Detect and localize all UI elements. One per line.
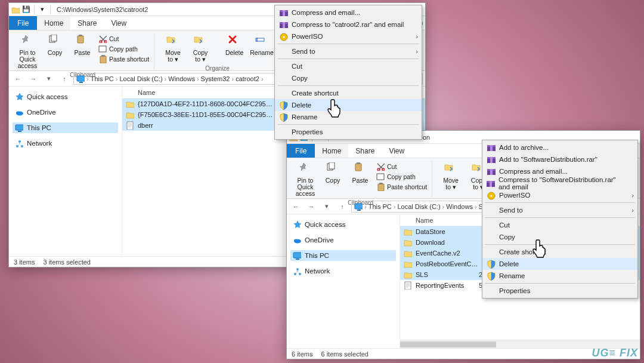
cm-send-to[interactable]: Send to› — [275, 45, 422, 57]
paste-button[interactable]: Paste — [348, 161, 373, 185]
sidebar-item-network[interactable]: Network — [13, 138, 118, 149]
tab-home[interactable]: Home — [315, 144, 348, 158]
file-name: ReportingEvents — [416, 282, 479, 289]
context-menu-softwaredistribution[interactable]: Add to archive...Add to "SoftwareDistrib… — [482, 140, 638, 299]
folder-icon — [404, 270, 412, 279]
sidebar-item-quick-access[interactable]: Quick access — [290, 219, 396, 230]
copy-button[interactable]: Copy — [42, 33, 67, 57]
folder-icon — [404, 227, 412, 236]
statusbar: 6 items 6 items selected — [287, 348, 640, 359]
sidebar-item-quick-access[interactable]: Quick access — [13, 91, 118, 102]
file-name: DataStore — [416, 228, 479, 235]
file-icon — [126, 121, 134, 130]
sidebar-item-this-pc[interactable]: This PC — [290, 250, 396, 261]
winrar-icon — [486, 143, 496, 152]
tab-home[interactable]: Home — [37, 16, 70, 30]
ribbon-group-clipboard: Pin to Quick access Copy Paste Cut Copy … — [289, 161, 432, 197]
cm-compress-to-catroot2-rar-and-e[interactable]: Compress to "catroot2.rar" and email — [275, 19, 422, 30]
cm-create-shortcut[interactable]: Create shortcut — [275, 87, 422, 99]
cm-cut[interactable]: Cut — [275, 60, 422, 72]
sidebar-item-this-pc[interactable]: This PC — [13, 122, 118, 133]
folder-icon — [404, 249, 412, 257]
folder-icon — [404, 238, 412, 247]
cm-compress-and-email-[interactable]: Compress and email... — [482, 165, 637, 177]
delete-button[interactable]: Delete — [222, 33, 247, 57]
cm-properties[interactable]: Properties — [482, 285, 637, 297]
nav-fwd-icon[interactable]: → — [305, 200, 318, 213]
cm-rename[interactable]: Rename — [275, 111, 422, 123]
file-tab[interactable]: File — [287, 144, 315, 158]
file-name: PostRebootEventCache.V2 — [416, 260, 479, 267]
cm-add-to-archive-[interactable]: Add to archive... — [482, 141, 637, 153]
cm-compress-and-email-[interactable]: Compress and email... — [275, 7, 422, 19]
winrar-icon — [486, 179, 495, 188]
paste-shortcut-button[interactable]: Paste shortcut — [97, 54, 150, 64]
svg-rect-24 — [377, 174, 384, 180]
cm-compress-to-softwaredistributi[interactable]: Compress to "SoftwareDistribution.rar" a… — [482, 177, 637, 189]
file-icon — [404, 281, 412, 290]
nav-fwd-icon[interactable]: → — [27, 72, 40, 85]
copy-path-button[interactable]: Copy path — [375, 172, 428, 182]
rename-button[interactable]: Rename — [249, 33, 274, 57]
file-tab[interactable]: File — [9, 16, 37, 30]
nav-up-icon[interactable]: ↑ — [336, 200, 349, 213]
file-name: SLS — [416, 271, 479, 278]
sidebar-item-onedrive[interactable]: OneDrive — [290, 235, 396, 245]
watermark: UG≡ FIX — [592, 347, 638, 359]
nav-dropdown-icon[interactable]: ▾ — [42, 72, 55, 85]
copy-path-button[interactable]: Copy path — [97, 44, 150, 54]
move-to-button[interactable]: Move to ▾ — [160, 33, 185, 64]
cm-copy[interactable]: Copy — [482, 231, 637, 243]
sidebar-item-onedrive[interactable]: OneDrive — [13, 107, 118, 118]
tab-share[interactable]: Share — [348, 144, 382, 158]
nav-dropdown-icon[interactable]: ▾ — [320, 200, 333, 213]
tab-view[interactable]: View — [104, 16, 134, 30]
dropdown-icon[interactable]: ▾ — [38, 5, 47, 14]
sidebar: Quick access OneDrive This PC Network — [287, 214, 400, 348]
col-name[interactable]: Name — [400, 217, 479, 224]
copy-button[interactable]: Copy — [320, 161, 345, 185]
pin-button[interactable]: Pin to Quick access — [15, 33, 40, 70]
pc-icon — [354, 202, 363, 211]
cm-poweriso[interactable]: PowerISO› — [482, 189, 637, 201]
nav-up-icon[interactable]: ↑ — [58, 72, 71, 85]
tab-share[interactable]: Share — [70, 16, 104, 30]
paste-shortcut-button[interactable]: Paste shortcut — [375, 182, 428, 192]
context-menu-catroot2[interactable]: Compress and email...Compress to "catroo… — [274, 5, 422, 140]
shield-icon — [278, 112, 288, 122]
shield-icon — [486, 271, 496, 281]
cm-rename[interactable]: Rename — [482, 270, 637, 282]
tab-view[interactable]: View — [382, 144, 411, 158]
copy-to-button[interactable]: Copy to ▾ — [188, 33, 213, 64]
winrar-icon — [486, 167, 496, 176]
move-to-button[interactable]: Move to ▾ — [438, 161, 463, 192]
cm-create-shortcut[interactable]: Create shortcut — [482, 246, 637, 258]
save-icon[interactable]: 💾 — [22, 5, 30, 14]
title-path: C:\Windows\System32\catroot2 — [54, 6, 148, 13]
cm-delete[interactable]: Delete — [275, 99, 422, 111]
cm-add-to-softwaredistribution-ra[interactable]: Add to "SoftwareDistribution.rar" — [482, 153, 637, 165]
cut-button[interactable]: Cut — [375, 162, 428, 171]
shield-icon — [278, 100, 288, 110]
nav-back-icon[interactable]: ← — [11, 72, 24, 85]
status-items: 3 items — [14, 259, 35, 266]
cm-send-to[interactable]: Send to› — [482, 204, 637, 216]
paste-button[interactable]: Paste — [70, 33, 95, 57]
ribbon-group-organize: Move to ▾ Copy to ▾ Delete Rename Organi… — [157, 33, 278, 69]
cm-poweriso[interactable]: PowerISO› — [275, 30, 422, 42]
status-selected: 6 items selected — [321, 350, 368, 358]
folder-icon — [126, 110, 134, 119]
cm-copy[interactable]: Copy — [275, 72, 422, 84]
svg-rect-23 — [99, 46, 106, 52]
sidebar-item-network[interactable]: Network — [290, 266, 396, 276]
cm-properties[interactable]: Properties — [275, 126, 422, 138]
cm-delete[interactable]: Delete — [482, 258, 637, 270]
cm-cut[interactable]: Cut — [482, 219, 637, 231]
pin-button[interactable]: Pin to Quick access — [293, 161, 318, 198]
nav-back-icon[interactable]: ← — [289, 200, 302, 213]
sidebar: Quick access OneDrive This PC Network — [9, 87, 122, 256]
file-name: Download — [416, 239, 479, 246]
poweriso-icon — [278, 32, 288, 41]
cut-button[interactable]: Cut — [97, 34, 150, 44]
pc-icon — [76, 75, 85, 83]
